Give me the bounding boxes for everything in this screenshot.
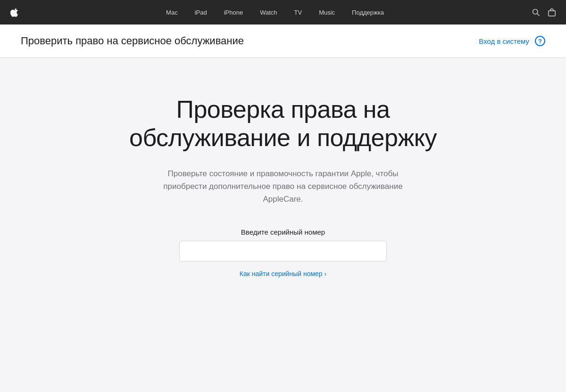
search-button[interactable] — [532, 8, 540, 16]
apple-logo-container[interactable] — [10, 8, 18, 17]
header-actions: Вход в систему ? — [479, 36, 545, 46]
nav-item-ipad[interactable]: iPad — [186, 9, 216, 16]
search-icon — [532, 8, 540, 16]
serial-label: Введите серийный номер — [241, 228, 325, 236]
nav-item-music[interactable]: Music — [310, 9, 343, 16]
nav-icons — [532, 8, 556, 16]
nav-item-tv[interactable]: TV — [286, 9, 311, 16]
apple-logo-icon — [10, 8, 18, 17]
hero-subtitle: Проверьте состояние и правомочность гара… — [151, 167, 415, 206]
signin-link[interactable]: Вход в систему — [479, 37, 529, 45]
nav-links: Mac iPad iPhone Watch TV Music Поддержка — [18, 9, 532, 16]
main-nav: Mac iPad iPhone Watch TV Music Поддержка — [0, 0, 566, 24]
page-title: Проверить право на сервисное обслуживани… — [21, 35, 244, 47]
help-icon[interactable]: ? — [535, 36, 545, 46]
page-header: Проверить право на сервисное обслуживани… — [0, 24, 566, 58]
svg-rect-2 — [549, 11, 555, 16]
nav-item-support[interactable]: Поддержка — [343, 9, 392, 16]
hero-title: Проверка права на обслуживание и поддерж… — [118, 96, 448, 152]
nav-item-iphone[interactable]: iPhone — [216, 9, 251, 16]
bag-button[interactable] — [548, 8, 556, 16]
main-content: Проверка права на обслуживание и поддерж… — [0, 58, 566, 392]
serial-input-container: Введите серийный номер Как найти серийны… — [179, 228, 387, 278]
find-serial-link[interactable]: Как найти серийный номер › — [240, 270, 326, 278]
bag-icon — [548, 8, 556, 16]
serial-number-input[interactable] — [179, 241, 387, 261]
svg-line-1 — [537, 14, 539, 16]
nav-item-watch[interactable]: Watch — [251, 9, 285, 16]
nav-item-mac[interactable]: Mac — [158, 9, 186, 16]
